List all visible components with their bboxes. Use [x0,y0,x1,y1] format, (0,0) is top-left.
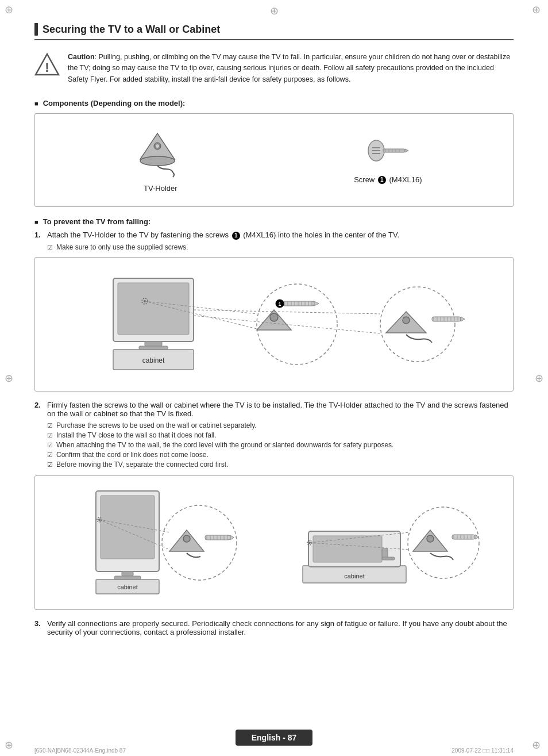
step-1-note-1: ☑ Make sure to only use the supplied scr… [47,243,514,251]
top-center-mark: ⊕ [270,5,279,17]
corner-mark-tl: ⊕ [5,5,16,16]
svg-text:cabinet: cabinet [117,584,137,590]
note-icon-1: ☑ [47,244,53,251]
svg-point-27 [270,313,278,321]
svg-text:!: ! [45,60,49,75]
corner-mark-tr: ⊕ [532,5,543,16]
svg-rect-10 [383,149,405,152]
diagram-2-right-svg: cabinet [297,485,487,600]
diagram-2-left: cabinet [44,485,268,600]
svg-point-5 [140,156,175,166]
step-3: 3. Verify all connections are properly s… [34,619,514,636]
step-2-note-3: ☑ When attaching the TV to the wall, tie… [47,441,514,449]
components-label: Components (Depending on the model): [34,99,514,108]
svg-line-56 [194,310,380,314]
step1-screw-badge: 1 [232,232,240,240]
step-2: 2. Firmly fasten the screws to the wall … [34,401,514,469]
svg-text:cabinet: cabinet [142,356,165,364]
svg-marker-47 [461,317,465,321]
step-2-num: 2. [34,401,44,418]
diagram-1-svg: cabinet 1 [56,267,492,382]
screw-item: Screw 1 (M4XL16) [354,136,422,185]
footer: English - 87 [0,730,548,746]
svg-rect-61 [114,576,141,580]
svg-rect-20 [139,346,168,350]
footer-date-info: 2009-07-22 □□ 11:31:14 [451,747,514,754]
right-center-mark: ⊕ [535,372,543,385]
step-2-note-2: ☑ Install the TV close to the wall so th… [47,431,514,439]
svg-point-66 [162,505,237,580]
svg-rect-19 [145,341,162,346]
caution-box: ! Caution: Pulling, pushing, or climbing… [34,49,514,87]
svg-point-4 [156,144,159,148]
step-2-note-4: ☑ Confirm that the cord or link does not… [47,451,514,459]
svg-text:cabinet: cabinet [344,573,364,580]
svg-rect-83 [313,536,382,562]
caution-icon: ! [34,52,60,77]
step-2-notes: ☑ Purchase the screws to be used on the … [34,421,514,469]
svg-rect-84 [382,548,388,558]
section-title: Securing the TV to a Wall or Cabinet [34,23,514,40]
diagram-2-left-svg: cabinet [61,485,251,600]
caution-text: Caution: Pulling, pushing, or climbing o… [68,52,514,85]
screw-number-badge: 1 [378,176,386,184]
svg-rect-85 [382,557,395,560]
screw-label: Screw 1 (M4XL16) [354,175,422,185]
svg-text:1: 1 [278,301,281,307]
left-center-mark: ⊕ [5,372,13,385]
step-2-text: 2. Firmly fasten the screws to the wall … [34,401,514,418]
svg-point-45 [403,317,410,324]
svg-rect-46 [432,317,461,321]
prevent-falling-label: To prevent the TV from falling: [34,217,514,226]
diagram-2: cabinet [34,475,514,610]
screw-illustration [365,136,411,171]
diagram-2-right: cabinet [280,485,504,600]
svg-point-90 [427,535,434,542]
svg-marker-29 [314,301,319,306]
step-3-text: 3. Verify all connections are properly s… [34,619,514,636]
page-number-badge: English - 87 [236,730,313,746]
step-1: 1. Attach the TV-Holder to the TV by fas… [34,231,514,251]
svg-rect-18 [118,283,189,335]
svg-line-57 [194,316,380,333]
step-1-num: 1. [34,231,44,240]
svg-rect-91 [452,535,475,539]
svg-rect-59 [101,496,155,559]
svg-marker-70 [230,535,234,540]
step-3-num: 3. [34,619,44,636]
tv-holder-illustration [126,128,195,179]
svg-rect-60 [122,571,133,576]
step-1-text: 1. Attach the TV-Holder to the TV by fas… [34,231,514,240]
components-box: TV-Holder Screw [34,113,514,207]
step-2-note-1: ☑ Purchase the screws to be used on the … [47,421,514,429]
svg-point-88 [408,507,479,578]
page: ⊕ ⊕ ⊕ ⊕ ⊕ ⊕ ⊕ Securing the TV to a Wall … [0,0,548,756]
svg-point-68 [183,535,190,542]
tv-holder-item: TV-Holder [126,128,195,193]
diagram-1: cabinet 1 [34,257,514,392]
tv-holder-label: TV-Holder [144,184,177,193]
footer-file-info: [650-NA]BN68-02344A-Eng.indb 87 [34,747,126,754]
step-2-note-5: ☑ Before moving the TV, separate the con… [47,460,514,469]
svg-rect-69 [205,535,230,540]
svg-marker-16 [405,149,408,152]
